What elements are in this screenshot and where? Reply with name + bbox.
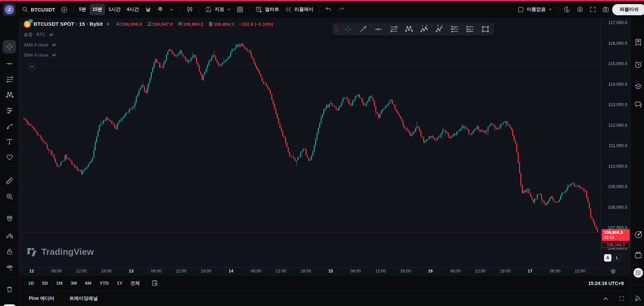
maximize-icon[interactable] — [618, 295, 625, 302]
measure-tool[interactable] — [3, 175, 16, 187]
short-position-tool[interactable] — [463, 24, 477, 35]
volume-legend-row[interactable]: 볼륨 · BTC — [24, 31, 273, 38]
calendar-button[interactable] — [633, 250, 643, 260]
alert-button[interactable]: 얼러트 — [252, 4, 282, 15]
redo-button[interactable] — [335, 4, 348, 15]
elliott-impulse-tool[interactable]: 15 — [417, 24, 431, 35]
clock-utc[interactable]: 15:24:16 UTC+9 — [588, 281, 624, 286]
favorite-drawings-toggle[interactable] — [3, 304, 16, 306]
indicators-button[interactable]: 지표 — [202, 4, 234, 15]
horizontal-line-tool[interactable] — [3, 58, 16, 70]
rectangle-tool[interactable] — [478, 24, 492, 35]
stay-in-drawing-mode-tool[interactable] — [3, 229, 16, 241]
interval-button-4시간[interactable]: 4시간 — [124, 4, 142, 15]
time-tick-label: 18:00 — [96, 269, 117, 273]
chat-button[interactable] — [633, 100, 643, 110]
zoom-in-tool[interactable] — [3, 190, 16, 203]
long-position-tool[interactable] — [447, 24, 462, 35]
crosshair-icon — [5, 42, 14, 51]
remove-drawings-tool[interactable] — [3, 283, 16, 295]
watchlist-button[interactable] — [633, 37, 643, 47]
avatar[interactable]: J — [5, 5, 14, 14]
elliott-correction-tool[interactable]: AC — [432, 24, 447, 35]
text-tool[interactable] — [3, 136, 16, 148]
go-to-date-button[interactable] — [151, 279, 159, 287]
favorite-drawings-toolbar[interactable]: 15 AC — [332, 23, 494, 36]
brush-tool[interactable] — [3, 120, 16, 132]
eye-hidden-icon[interactable] — [48, 32, 54, 38]
candlestick-style-icon — [186, 6, 194, 13]
interval-button-날[interactable]: 날 — [142, 4, 154, 15]
symbol-search-button[interactable]: BTCUSDT — [19, 4, 58, 15]
data-feed-status-button[interactable] — [633, 293, 643, 303]
fib-retracement-tool[interactable] — [386, 24, 401, 35]
svg-text:1: 1 — [422, 25, 423, 27]
screenshot-button[interactable] — [599, 4, 612, 15]
emoji-tool[interactable] — [3, 151, 16, 163]
object-tree-button[interactable] — [633, 82, 643, 92]
publish-button[interactable]: 퍼블리쉬 — [612, 4, 644, 15]
eye-hidden-icon[interactable] — [51, 42, 57, 48]
chart-pane[interactable]: TradingView ₿↗ BTCUSDT SPOT · 15 · Bybit… — [19, 18, 630, 306]
chart-settings-button[interactable] — [573, 4, 586, 15]
layout-templates-button[interactable] — [234, 4, 246, 15]
user-menu-button[interactable]: J — [3, 3, 16, 16]
market-status-dot[interactable] — [106, 22, 109, 26]
range-button-5D[interactable]: 5D — [39, 279, 51, 287]
price-axis[interactable]: 117,000.0116,000.0115,000.0114,000.0113,… — [601, 18, 630, 267]
magnet-tool[interactable] — [3, 213, 16, 225]
settings-hexagon-icon — [576, 6, 584, 13]
sma-legend-row[interactable]: SMA 9 close — [24, 41, 273, 48]
legend-symbol-title[interactable]: BTCUSDT SPOT · 15 · Bybit — [34, 21, 103, 27]
tab-pine-editor[interactable]: Pine 에디터 — [29, 295, 54, 302]
time-tick-label: 12 — [21, 269, 42, 273]
time-tick-label: 06:00 — [146, 269, 166, 273]
time-tick-label: 12:00 — [370, 269, 391, 273]
range-button-3M[interactable]: 3M — [68, 279, 80, 287]
screener-button[interactable] — [633, 229, 643, 240]
replay-button[interactable]: 리플레이 — [282, 4, 316, 15]
collapse-legend-button[interactable] — [28, 63, 36, 70]
chat-icon — [634, 100, 643, 109]
eye-hidden-icon[interactable] — [51, 52, 57, 58]
interval-button-5분[interactable]: 5분 — [76, 4, 89, 15]
apps-menu-button[interactable] — [633, 268, 643, 278]
quick-actions-button[interactable] — [561, 4, 573, 15]
interval-expand-button[interactable] — [166, 4, 178, 15]
log-scale-button[interactable]: L — [613, 254, 621, 262]
fullscreen-button[interactable] — [586, 4, 599, 15]
alerts-panel-button[interactable] — [633, 60, 643, 70]
xabcd-pattern-tool[interactable] — [402, 24, 416, 35]
undo-button[interactable] — [322, 4, 335, 15]
chart-style-button[interactable] — [183, 4, 196, 15]
interval-button-15분[interactable]: 15분 — [89, 4, 105, 15]
range-button-1D[interactable]: 1D — [25, 279, 37, 287]
range-button-1M[interactable]: 1M — [54, 279, 65, 287]
lock-all-drawings-tool[interactable] — [3, 245, 16, 258]
long-position-tool[interactable] — [3, 104, 16, 117]
crosshair-tool[interactable] — [341, 24, 355, 35]
expand-panel-chevron-icon[interactable] — [603, 295, 609, 302]
time-axis[interactable]: 1206:0012:0018:001306:0012:0018:001406:0… — [19, 267, 630, 275]
trend-line-tool[interactable] — [356, 24, 370, 35]
hide-drawings-tool[interactable] — [3, 261, 16, 273]
fib-retracement-tool[interactable] — [3, 73, 16, 85]
drag-handle-icon[interactable] — [334, 24, 339, 35]
interval-button-주[interactable]: 주 — [155, 4, 166, 15]
interval-button-1시간[interactable]: 1시간 — [106, 4, 123, 15]
auto-scale-button[interactable]: A — [604, 254, 611, 262]
range-button-6M[interactable]: 6M — [82, 279, 94, 287]
legend-main-row[interactable]: ₿↗ BTCUSDT SPOT · 15 · Bybit 시106,906.9 … — [24, 20, 273, 28]
trend-line-icon — [359, 25, 367, 34]
tab-trading-panel[interactable]: 트레이딩패널 — [69, 295, 98, 302]
time-tick-label: 15 — [321, 269, 341, 273]
save-layout-button[interactable]: 이름없음 — [515, 4, 555, 15]
compare-add-symbol-button[interactable] — [58, 4, 71, 15]
range-button-1Y[interactable]: 1Y — [114, 279, 125, 287]
range-button-전체[interactable]: 전체 — [128, 279, 142, 288]
xabcd-pattern-tool[interactable] — [3, 89, 16, 101]
crosshair-tool[interactable] — [3, 40, 16, 54]
sma-legend-row[interactable]: SMA 9 close — [24, 52, 273, 58]
horizontal-line-tool[interactable] — [371, 24, 386, 35]
range-button-YTD[interactable]: YTD — [97, 279, 112, 287]
